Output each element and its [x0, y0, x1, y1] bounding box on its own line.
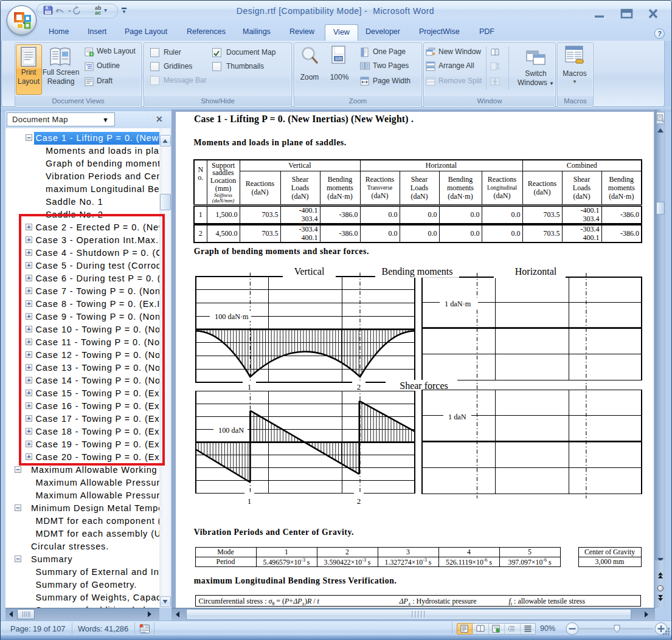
svg-text:100 daN: 100 daN — [218, 426, 244, 435]
svg-text:1 daN·m: 1 daN·m — [445, 300, 471, 308]
svg-text:Horizontal: Horizontal — [515, 266, 557, 277]
svg-text:Bending moments: Bending moments — [382, 266, 453, 277]
svg-text:1: 1 — [248, 382, 252, 391]
svg-text:100 daN·m: 100 daN·m — [215, 312, 249, 321]
svg-text:Vertical: Vertical — [294, 266, 325, 277]
svg-text:1 daN: 1 daN — [448, 413, 466, 421]
svg-text:2: 2 — [357, 497, 361, 506]
svg-text:Shear forces: Shear forces — [400, 380, 448, 391]
svg-text:2: 2 — [357, 382, 361, 391]
svg-text:1: 1 — [248, 497, 252, 506]
svg-text:100: 100 — [335, 57, 342, 61]
